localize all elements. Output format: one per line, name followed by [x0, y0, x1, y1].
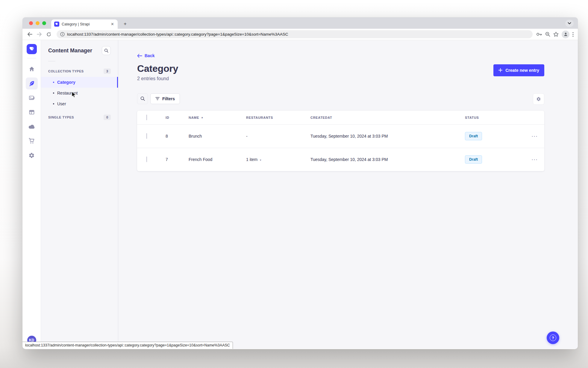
close-window-button[interactable]	[29, 21, 33, 25]
sidebar-item-label: Category	[57, 80, 75, 85]
single-types-label: SINGLE TYPES	[48, 115, 74, 119]
sort-asc-icon: ▲	[201, 116, 204, 119]
back-label: Back	[145, 53, 154, 58]
nav-home-icon[interactable]	[26, 63, 38, 75]
strapi-logo-icon[interactable]	[27, 44, 37, 54]
zoom-search-icon[interactable]	[545, 32, 550, 37]
filter-icon	[155, 97, 160, 100]
minimize-window-button[interactable]	[36, 21, 40, 25]
browser-tab[interactable]: Category | Strapi ✕	[51, 19, 118, 29]
nav-content-manager-icon[interactable]	[26, 77, 38, 89]
table-header-row: ID NAME▲ RESTAURANTS CREATEDAT STATUS	[137, 111, 544, 124]
status-badge: Draft	[465, 132, 482, 140]
nav-deploy-cloud-icon[interactable]	[26, 121, 38, 133]
select-all-checkbox[interactable]	[146, 115, 147, 120]
tab-search-chevron-icon[interactable]	[565, 20, 574, 27]
fullscreen-window-button[interactable]	[42, 21, 46, 25]
arrow-left-icon	[137, 54, 142, 58]
bullet-icon	[53, 92, 54, 94]
main-content: Back Category 2 entries found Create new…	[118, 40, 578, 349]
link-preview-statusbar: localhost:1337/admin/content-manager/col…	[22, 342, 233, 349]
nav-marketplace-cart-icon[interactable]	[26, 135, 38, 147]
cell-createdat: Tuesday, September 10, 2024 at 3:03 PM	[310, 134, 465, 139]
nav-settings-gear-icon[interactable]	[26, 149, 38, 161]
column-header-status[interactable]: STATUS	[465, 116, 525, 119]
collection-types-label: COLLECTION TYPES	[48, 69, 84, 73]
browser-reload-icon[interactable]	[45, 30, 53, 39]
chevron-down-icon: ▼	[259, 159, 262, 162]
subnav-divider	[48, 61, 55, 61]
main-nav-rail: KD	[22, 40, 41, 349]
bullet-icon	[53, 82, 54, 83]
browser-tab-strip: Category | Strapi ✕ +	[22, 17, 578, 29]
bullet-icon	[53, 103, 54, 104]
strapi-admin-app: KD Content Manager COLLECTION TYPES 3 Ca…	[22, 40, 578, 349]
bookmark-star-icon[interactable]	[553, 32, 559, 37]
plus-icon	[498, 68, 502, 72]
column-header-restaurants[interactable]: RESTAURANTS	[246, 116, 310, 119]
toolbar-actions	[536, 31, 575, 38]
sidebar-item-restaurant[interactable]: Restaurant	[41, 88, 118, 98]
single-types-count-badge: 0	[104, 115, 111, 120]
window-controls	[29, 21, 46, 25]
row-checkbox[interactable]	[146, 133, 147, 139]
strapi-favicon-icon	[54, 22, 59, 27]
column-header-createdat[interactable]: CREATEDAT	[310, 116, 465, 119]
cell-name: Brunch	[189, 134, 246, 139]
collection-types-count-badge: 3	[104, 69, 111, 74]
browser-window: Category | Strapi ✕ + localhost:1337/adm…	[22, 17, 578, 349]
browser-profile-icon[interactable]	[562, 31, 569, 38]
sidebar-item-label: Restaurant	[57, 91, 78, 95]
url-text[interactable]: localhost:1337/admin/content-manager/col…	[67, 32, 288, 37]
table-row[interactable]: 7 French Food 1 item▼ Tuesday, September…	[137, 148, 544, 171]
help-button[interactable]: ?	[547, 331, 559, 344]
subnav-title: Content Manager	[48, 48, 92, 54]
search-icon	[140, 96, 145, 101]
column-header-id[interactable]: ID	[166, 116, 189, 119]
cell-restaurants[interactable]: 1 item▼	[246, 157, 310, 162]
entries-count: 2 entries found	[137, 76, 544, 81]
sidebar-item-label: User	[57, 101, 66, 106]
browser-back-icon[interactable]	[25, 30, 34, 39]
browser-toolbar: localhost:1337/admin/content-manager/col…	[22, 29, 578, 40]
column-header-name[interactable]: NAME▲	[189, 116, 246, 119]
table-row[interactable]: 8 Brunch - Tuesday, September 10, 2024 a…	[137, 124, 544, 148]
filters-button[interactable]: Filters	[150, 93, 180, 104]
row-checkbox[interactable]	[146, 156, 147, 162]
create-new-entry-button[interactable]: Create new entry	[493, 64, 544, 76]
back-link[interactable]: Back	[137, 53, 154, 58]
gear-icon	[536, 97, 541, 101]
cell-name: French Food	[189, 157, 246, 162]
cell-id: 8	[166, 134, 189, 139]
cell-createdat: Tuesday, September 10, 2024 at 3:03 PM	[310, 157, 465, 162]
close-tab-icon[interactable]: ✕	[110, 22, 115, 26]
status-badge: Draft	[465, 155, 482, 164]
nav-media-library-icon[interactable]	[26, 92, 38, 104]
new-tab-button[interactable]: +	[121, 20, 129, 28]
sidebar-item-user[interactable]: User	[41, 98, 118, 109]
browser-forward-icon[interactable]	[35, 30, 43, 39]
tab-title: Category | Strapi	[62, 22, 108, 26]
row-actions-menu[interactable]: ···	[525, 157, 544, 162]
nav-content-type-builder-icon[interactable]	[26, 106, 38, 118]
site-info-icon[interactable]	[60, 32, 65, 37]
sidebar-item-category[interactable]: Category	[41, 77, 118, 88]
password-key-icon[interactable]	[536, 32, 542, 36]
entries-table: ID NAME▲ RESTAURANTS CREATEDAT STATUS 8 …	[137, 111, 544, 171]
url-bar[interactable]: localhost:1337/admin/content-manager/col…	[57, 30, 533, 38]
view-settings-button[interactable]	[533, 93, 544, 105]
row-actions-menu[interactable]: ···	[525, 134, 544, 139]
subnav-search-button[interactable]	[102, 46, 111, 55]
cell-id: 7	[166, 157, 189, 162]
content-manager-subnav: Content Manager COLLECTION TYPES 3 Categ…	[41, 40, 118, 349]
cell-restaurants: -	[246, 134, 310, 139]
table-search-button[interactable]	[137, 93, 148, 104]
question-mark-icon: ?	[550, 334, 556, 341]
rail-divider	[27, 58, 36, 58]
browser-menu-dots-icon[interactable]	[572, 32, 574, 37]
page-title: Category	[137, 63, 544, 74]
